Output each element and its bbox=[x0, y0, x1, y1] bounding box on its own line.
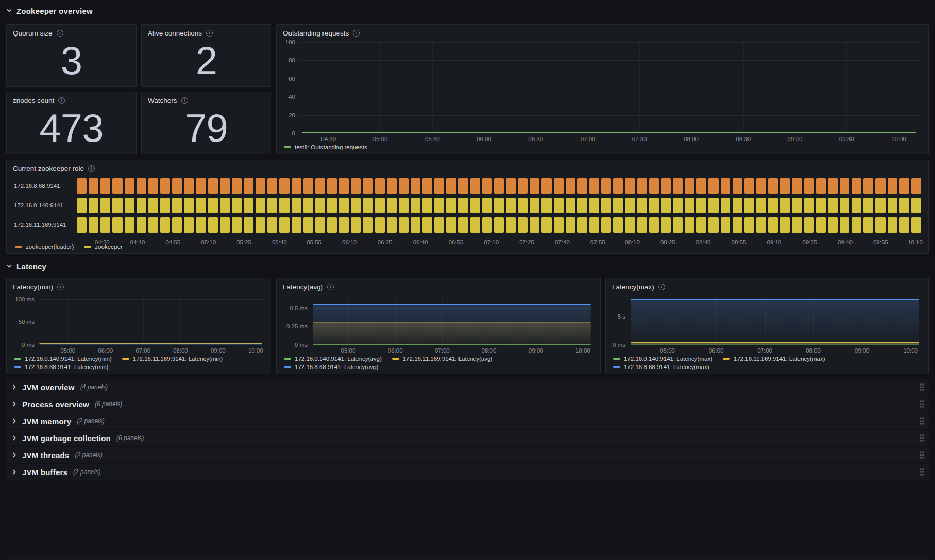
panel-header[interactable]: Latency(max) i bbox=[606, 278, 928, 292]
stat-value: 473 bbox=[7, 106, 136, 156]
section-header-zookeeper-overview[interactable]: Zookeeper overview bbox=[6, 3, 929, 19]
state-bar bbox=[351, 178, 361, 194]
plot-area bbox=[630, 296, 921, 345]
info-icon[interactable]: i bbox=[58, 97, 65, 104]
state-bar bbox=[852, 178, 861, 194]
legend-item[interactable]: 172.16.8.68:9141: Latency(max) bbox=[613, 364, 709, 370]
state-bar bbox=[399, 198, 409, 213]
info-icon[interactable]: i bbox=[57, 284, 64, 290]
legend-row: 172.16.0.140:9141: Latency(max)172.16.11… bbox=[613, 356, 921, 362]
x-axis-tick-label: 07:00 bbox=[757, 347, 772, 354]
panel-header[interactable]: Outstanding requests i bbox=[277, 25, 928, 38]
state-bar bbox=[172, 217, 182, 233]
info-icon[interactable]: i bbox=[57, 30, 63, 37]
y-axis-tick-label: 5 s bbox=[618, 313, 625, 320]
y-axis-tick-label: 0 ms bbox=[613, 342, 625, 348]
info-icon[interactable]: i bbox=[327, 284, 334, 290]
row-drag-handle[interactable] bbox=[920, 400, 924, 408]
info-icon[interactable]: i bbox=[658, 284, 665, 290]
legend-item[interactable]: 172.16.0.140:9141: Latency(max) bbox=[613, 356, 712, 362]
state-bar bbox=[160, 178, 170, 194]
panel-header[interactable]: Latency(min) i bbox=[7, 278, 271, 292]
x-axis-tick-label: 09:00 bbox=[788, 136, 803, 142]
x-axis-tick-label: 04:40 bbox=[130, 239, 145, 246]
state-bar bbox=[470, 178, 480, 194]
x-axis-tick-label: 09:00 bbox=[211, 347, 226, 354]
legend-item[interactable]: test1: Outstanding requests bbox=[284, 144, 367, 150]
legend-item[interactable]: zookeeper(leader) bbox=[15, 243, 74, 250]
state-bar bbox=[458, 178, 468, 194]
state-bar bbox=[696, 217, 706, 233]
state-bar bbox=[196, 217, 206, 233]
x-axis-tick-label: 08:00 bbox=[482, 347, 497, 354]
x-axis-tick-label: 05:55 bbox=[307, 239, 321, 246]
panel-header[interactable]: Latency(avg) i bbox=[277, 278, 600, 292]
info-icon[interactable]: i bbox=[206, 30, 213, 37]
latency-avg-chart: 0.5 ms0.25 ms0 ms05:0006:0007:0008:0009:… bbox=[277, 292, 600, 374]
legend-row: 172.16.8.68:9141: Latency(min) bbox=[14, 364, 264, 370]
info-icon[interactable]: i bbox=[181, 97, 188, 104]
timeline-row-bars bbox=[77, 178, 921, 194]
state-bar bbox=[840, 178, 849, 194]
state-bar bbox=[541, 217, 551, 233]
dashboard: Zookeeper overview Quorum size i 3 Alive… bbox=[0, 0, 935, 480]
x-axis-tick-label: 06:00 bbox=[98, 347, 113, 354]
panel-latency-avg: Latency(avg) i 0.5 ms0.25 ms0 ms05:0006:… bbox=[276, 278, 601, 374]
x-axis-tick-label: 04:30 bbox=[321, 136, 336, 142]
state-bar bbox=[411, 217, 420, 233]
panel-header[interactable]: Quorum size i bbox=[7, 25, 136, 38]
state-bar bbox=[875, 178, 885, 194]
row-drag-handle[interactable] bbox=[920, 383, 924, 391]
info-icon[interactable]: i bbox=[88, 165, 95, 172]
legend-item[interactable]: 172.16.0.140:9141: Latency(min) bbox=[14, 356, 112, 362]
x-axis-tick-label: 09:30 bbox=[839, 136, 854, 142]
panel-header[interactable]: Alive connections i bbox=[142, 25, 271, 38]
state-bar bbox=[327, 178, 337, 194]
panel-header[interactable]: Current zookeeper role i bbox=[7, 160, 928, 173]
state-bar bbox=[613, 198, 623, 213]
row-jvm-threads[interactable]: JVM threads (2 panels) bbox=[6, 447, 929, 463]
chevron-down-icon bbox=[6, 263, 12, 269]
stat-value: 3 bbox=[7, 38, 136, 89]
info-icon[interactable]: i bbox=[353, 30, 360, 37]
panel-title: Outstanding requests bbox=[283, 29, 349, 37]
row-jvm-overview[interactable]: JVM overview (4 panels) bbox=[6, 379, 929, 395]
row-jvm-memory[interactable]: JVM memory (2 panels) bbox=[6, 413, 929, 429]
latency-min-chart: 100 ms50 ms0 ms05:0006:0007:0008:0009:00… bbox=[7, 292, 271, 374]
panel-header[interactable]: znodes count i bbox=[7, 92, 136, 106]
legend-item[interactable]: 172.16.11.169:9141: Latency(min) bbox=[122, 356, 223, 362]
legend-item[interactable]: 172.16.8.68:9141: Latency(min) bbox=[14, 364, 108, 370]
row-drag-handle[interactable] bbox=[920, 417, 924, 425]
row-jvm-garbage-collection[interactable]: JVM garbage collection (6 panels) bbox=[6, 430, 929, 446]
row-process-overview[interactable]: Process overview (6 panels) bbox=[6, 396, 929, 412]
state-bar bbox=[589, 178, 599, 194]
state-bar bbox=[696, 198, 706, 213]
row-jvm-buffers[interactable]: JVM buffers (2 panels) bbox=[6, 464, 929, 480]
state-bar bbox=[303, 217, 313, 233]
legend-item[interactable]: 172.16.8.68:9141: Latency(avg) bbox=[284, 364, 378, 370]
chevron-right-icon bbox=[11, 418, 18, 424]
state-bar bbox=[327, 198, 337, 213]
chart-legend: zookeeper(leader)zookeeper bbox=[14, 242, 921, 250]
state-bar bbox=[125, 178, 134, 194]
x-axis-tick-label: 06:55 bbox=[449, 239, 464, 246]
state-bar bbox=[112, 217, 122, 233]
state-bar bbox=[792, 217, 802, 233]
state-bar bbox=[673, 198, 683, 213]
state-bar bbox=[721, 198, 730, 213]
chevron-down-icon bbox=[6, 8, 12, 14]
row-drag-handle[interactable] bbox=[920, 468, 924, 476]
legend-item[interactable]: 172.16.11.169:9141: Latency(avg) bbox=[392, 356, 492, 362]
state-bar bbox=[446, 178, 456, 194]
x-axis-tick-label: 05:00 bbox=[60, 347, 75, 354]
legend-item[interactable]: 172.16.11.169:9141: Latency(max) bbox=[723, 356, 825, 362]
legend-series-swatch bbox=[392, 358, 399, 360]
legend-item[interactable]: 172.16.0.140:9141: Latency(avg) bbox=[284, 356, 382, 362]
section-header-latency[interactable]: Latency bbox=[6, 258, 929, 274]
row-drag-handle[interactable] bbox=[920, 434, 924, 442]
row-drag-handle[interactable] bbox=[920, 451, 924, 459]
legend-series-swatch bbox=[284, 366, 291, 368]
panel-header[interactable]: Watchers i bbox=[142, 92, 271, 106]
state-bar bbox=[554, 198, 564, 213]
y-axis-tick-label: 40 bbox=[288, 94, 295, 100]
